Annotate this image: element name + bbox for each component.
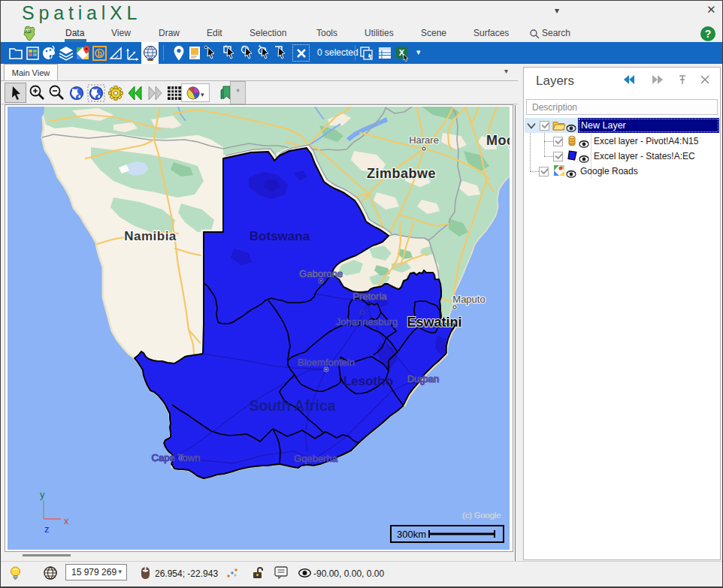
svg-text:Pretoria: Pretoria [352,291,387,302]
svg-text:?: ? [705,28,712,40]
svg-text:Botswana: Botswana [250,229,310,243]
svg-text:Zimbabwe: Zimbabwe [367,166,436,181]
svg-text:AB: AB [25,29,32,34]
svg-text:Cape Town: Cape Town [152,452,201,463]
svg-text:Gaborone: Gaborone [299,268,343,279]
svg-text:South Africa: South Africa [249,397,335,414]
svg-text:z: z [44,523,50,535]
svg-text:Maputo: Maputo [452,294,485,305]
svg-text:300km: 300km [397,529,426,540]
svg-text:+: + [224,44,228,50]
svg-text:Bloemfontein: Bloemfontein [298,357,355,368]
svg-text:b: b [97,50,101,58]
svg-text:Gqeberha: Gqeberha [294,453,338,464]
svg-text:+: + [258,44,262,50]
svg-text:Moçambique: Moçambique [486,133,510,148]
svg-text:+: + [241,44,245,50]
svg-text:Durban: Durban [407,373,440,384]
svg-text:Namibia: Namibia [124,229,177,243]
svg-text:x: x [64,515,69,526]
svg-text:y: y [40,489,45,500]
svg-text:Lesotho: Lesotho [343,374,393,388]
svg-text:Johannesburg: Johannesburg [336,316,398,327]
svg-text:(c) Google: (c) Google [462,511,501,520]
svg-text:Harare: Harare [409,134,439,146]
